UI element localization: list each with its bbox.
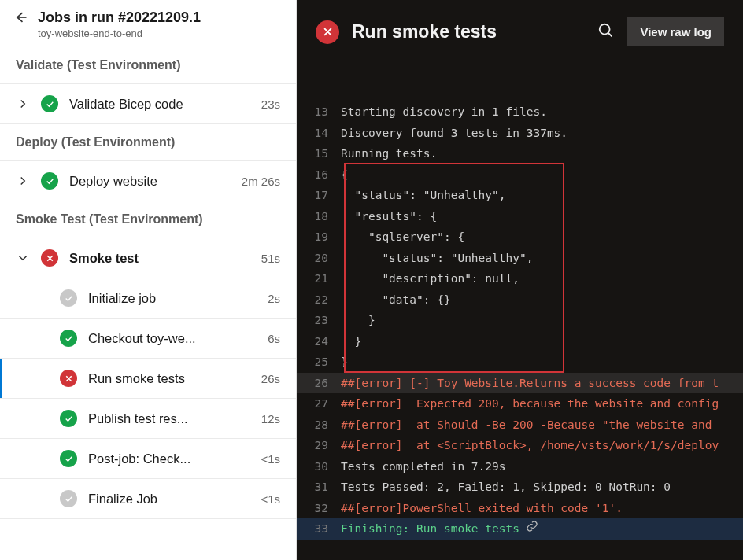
log-line-number: 30 (297, 456, 341, 477)
log-line: 26##[error] [-] Toy Website.Returns a su… (297, 373, 743, 394)
log-line-number: 19 (297, 227, 341, 248)
status-failed-icon (41, 249, 58, 267)
log-line: 31Tests Passed: 2, Failed: 1, Skipped: 0… (297, 477, 743, 498)
step-row[interactable]: Initialize job2s (0, 278, 296, 319)
job-duration: 23s (261, 98, 280, 111)
step-duration: <1s (261, 492, 280, 506)
log-line-text: Finishing: Run smoke tests (341, 518, 519, 540)
log-line-number: 17 (297, 185, 341, 206)
stage-header: Validate (Test Environment) (0, 47, 296, 84)
log-line-number: 24 (297, 331, 341, 352)
log-line-text: Discovery found 3 tests in 337ms. (341, 123, 567, 144)
log-line: 30Tests completed in 7.29s (297, 456, 743, 477)
log-line-text: "description": null, (341, 268, 519, 289)
log-line: 18 "results": { (297, 206, 743, 227)
log-line-text: ##[error] at <ScriptBlock>, /home/vsts/w… (341, 435, 719, 456)
step-row[interactable]: Checkout toy-we...6s (0, 319, 296, 359)
step-name: Finalize Job (88, 492, 250, 507)
log-line-text: "data": {} (341, 289, 451, 311)
step-duration: 6s (268, 332, 280, 345)
log-line-text: } (341, 352, 348, 373)
status-success-icon (41, 95, 58, 112)
log-line-text: } (341, 331, 361, 352)
log-line-number: 33 (297, 518, 341, 540)
log-line-text: ##[error] Expected 200, because the webs… (341, 393, 719, 414)
status-failed-icon (60, 370, 77, 387)
log-line: 32##[error]PowerShell exited with code '… (297, 498, 743, 519)
log-line: 33Finishing: Run smoke tests (297, 518, 743, 540)
log-line-number: 28 (297, 414, 341, 436)
status-success-icon (60, 450, 77, 467)
log-line-text: { (341, 164, 348, 186)
step-duration: 2s (268, 292, 280, 305)
log-line-text: Starting discovery in 1 files. (341, 101, 547, 123)
status-skipped-icon (60, 490, 77, 507)
log-line-number: 31 (297, 477, 341, 498)
left-header: Jobs in run #20221209.1 toy-website-end-… (0, 0, 296, 47)
log-line-number: 25 (297, 352, 341, 373)
job-name: Deploy website (69, 174, 231, 189)
step-row[interactable]: Publish test res...12s (0, 399, 296, 439)
log-line: 25} (297, 352, 743, 373)
job-name: Smoke test (69, 251, 250, 266)
status-success-icon (41, 172, 58, 190)
log-line-number: 29 (297, 435, 341, 456)
step-row[interactable]: Post-job: Check...<1s (0, 439, 296, 479)
log-line: 21 "description": null, (297, 268, 743, 289)
job-row[interactable]: Smoke test51s (0, 238, 296, 278)
step-row[interactable]: Run smoke tests26s (0, 359, 296, 399)
log-line: 15Running tests. (297, 143, 743, 164)
pipeline-name: toy-website-end-to-end (38, 28, 201, 39)
log-line-text: } (341, 310, 375, 331)
search-icon[interactable] (597, 22, 615, 42)
log-line-text: Tests Passed: 2, Failed: 1, Skipped: 0 N… (341, 477, 671, 498)
log-panel: Run smoke tests View raw log 13Starting … (297, 0, 743, 560)
job-row[interactable]: Validate Bicep code23s (0, 84, 296, 124)
step-duration: 12s (261, 412, 280, 426)
log-line: 23 } (297, 310, 743, 331)
log-line: 24 } (297, 331, 743, 352)
job-name: Validate Bicep code (69, 97, 250, 112)
back-arrow-icon[interactable] (13, 9, 28, 28)
log-line-number: 23 (297, 310, 341, 331)
jobs-panel: Jobs in run #20221209.1 toy-website-end-… (0, 0, 297, 560)
log-line-text: ##[error] [-] Toy Website.Returns a succ… (341, 373, 719, 394)
chevron-right-icon[interactable] (16, 97, 30, 111)
step-name: Checkout toy-we... (88, 331, 257, 346)
log-line-text: "status": "Unhealthy", (341, 185, 506, 206)
link-icon[interactable] (526, 518, 538, 540)
log-line: 28##[error] at Should -Be 200 -Because "… (297, 414, 743, 436)
log-line-text: "sqlserver": { (341, 227, 464, 248)
log-line: 22 "data": {} (297, 289, 743, 311)
log-step-title: Run smoke tests (352, 21, 585, 42)
log-line-number: 14 (297, 123, 341, 144)
log-line: 16{ (297, 164, 743, 186)
log-line-text: ##[error] at Should -Be 200 -Because "th… (341, 414, 719, 436)
job-duration: 2m 26s (242, 175, 280, 188)
chevron-down-icon[interactable] (16, 251, 30, 265)
status-success-icon (60, 330, 77, 347)
status-success-icon (60, 410, 77, 427)
log-area[interactable]: 13Starting discovery in 1 files.14Discov… (297, 64, 743, 560)
step-duration: <1s (261, 452, 280, 466)
view-raw-log-button[interactable]: View raw log (627, 17, 724, 46)
job-row[interactable]: Deploy website2m 26s (0, 161, 296, 201)
chevron-right-icon[interactable] (16, 174, 30, 188)
log-line-text: "results": { (341, 206, 437, 227)
log-line-number: 27 (297, 393, 341, 414)
status-failed-icon (316, 20, 339, 44)
log-line: 14Discovery found 3 tests in 337ms. (297, 123, 743, 144)
step-duration: 26s (261, 372, 280, 385)
step-row[interactable]: Finalize Job<1s (0, 479, 296, 519)
log-line-number: 18 (297, 206, 341, 227)
log-line-number: 26 (297, 373, 341, 394)
log-line: 17 "status": "Unhealthy", (297, 185, 743, 206)
log-line-text: Running tests. (341, 143, 437, 164)
log-line-number: 13 (297, 101, 341, 123)
step-name: Run smoke tests (88, 371, 250, 386)
status-skipped-icon (60, 289, 77, 307)
log-line: 19 "sqlserver": { (297, 227, 743, 248)
log-line-number: 15 (297, 143, 341, 164)
log-line-text: "status": "Unhealthy", (341, 248, 533, 269)
step-name: Post-job: Check... (88, 451, 250, 466)
